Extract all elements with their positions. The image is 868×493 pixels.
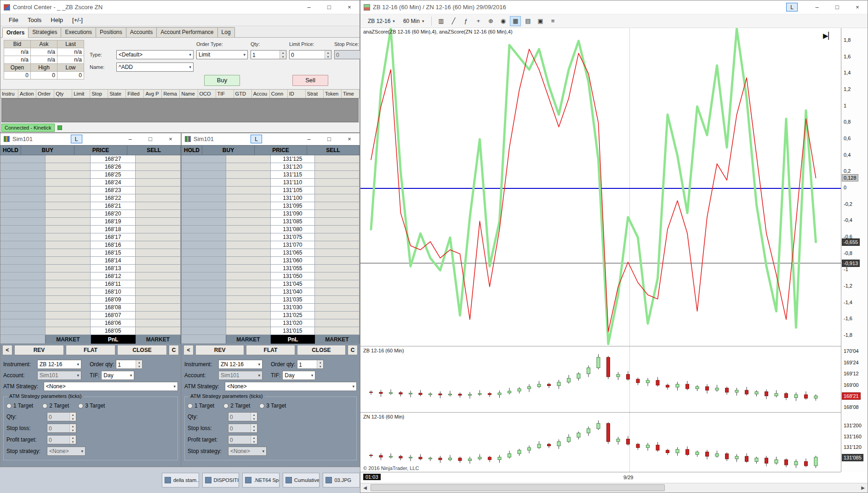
- spin-down-icon[interactable]: ▾: [251, 440, 257, 444]
- buy-cell[interactable]: [46, 241, 91, 249]
- orders-column-oco[interactable]: OCO: [198, 90, 216, 98]
- sell-cell[interactable]: [136, 304, 181, 312]
- target-3-radio[interactable]: 3 Target: [259, 402, 286, 409]
- orders-column-name[interactable]: Name: [180, 90, 198, 98]
- menu-tools[interactable]: Tools: [23, 15, 46, 25]
- orders-column-stop[interactable]: Stop: [90, 90, 108, 98]
- buy-cell[interactable]: [226, 218, 271, 226]
- atm-qty-stepper[interactable]: 0▴▾: [228, 412, 257, 421]
- minimize-button[interactable]: –: [120, 133, 140, 145]
- snapshot-icon[interactable]: ◉: [497, 16, 508, 26]
- hold-cell[interactable]: [182, 288, 226, 296]
- spin-down-icon[interactable]: ▾: [325, 55, 331, 59]
- buy-cell[interactable]: [46, 327, 91, 335]
- tab-orders[interactable]: Orders: [2, 28, 29, 38]
- sell-cell[interactable]: [315, 257, 360, 265]
- time-axis[interactable]: 01:03 9/29: [360, 472, 841, 483]
- spin-down-icon[interactable]: ▾: [70, 428, 76, 432]
- buy-cell[interactable]: [46, 226, 91, 233]
- target-2-radio[interactable]: 2 Target: [223, 402, 250, 409]
- sell-cell[interactable]: [315, 233, 360, 241]
- hold-cell[interactable]: [182, 241, 226, 249]
- buy-cell[interactable]: [46, 202, 91, 210]
- hold-cell[interactable]: [0, 155, 46, 163]
- instrument-select[interactable]: ZB 12-16▾: [364, 17, 399, 26]
- hold-cell[interactable]: [0, 187, 46, 194]
- buy-cell[interactable]: [46, 194, 91, 202]
- profit-target-stepper[interactable]: 0▴▾: [47, 435, 76, 444]
- orders-column-accou[interactable]: Accou: [252, 90, 270, 98]
- spin-up-icon[interactable]: ▴: [70, 424, 76, 428]
- chart-trader-icon[interactable]: ▦: [510, 16, 521, 26]
- orders-column-limit[interactable]: Limit: [72, 90, 90, 98]
- buy-cell[interactable]: [226, 226, 271, 233]
- hold-cell[interactable]: [182, 319, 226, 327]
- close-button[interactable]: ×: [339, 0, 360, 14]
- buy-cell[interactable]: [46, 257, 91, 265]
- hold-cell[interactable]: [182, 202, 226, 210]
- orders-column-time[interactable]: Time: [342, 90, 360, 98]
- type-select[interactable]: <Default>▾: [116, 50, 194, 59]
- buy-cell[interactable]: [46, 249, 91, 257]
- buy-cell[interactable]: [226, 241, 271, 249]
- tab-executions[interactable]: Executions: [61, 27, 96, 37]
- orders-column-tif[interactable]: TIF: [216, 90, 234, 98]
- buy-cell[interactable]: [226, 288, 271, 296]
- hold-cell[interactable]: [0, 202, 46, 210]
- hold-cell[interactable]: [182, 280, 226, 288]
- sell-cell[interactable]: [315, 171, 360, 179]
- buy-cell[interactable]: [46, 288, 91, 296]
- target-1-radio[interactable]: 1 Target: [188, 402, 214, 409]
- spin-up-icon[interactable]: ▴: [280, 51, 286, 55]
- hold-cell[interactable]: [182, 194, 226, 202]
- hold-cell[interactable]: [0, 163, 46, 171]
- sell-button[interactable]: Sell: [292, 75, 328, 86]
- spin-down-icon[interactable]: ▾: [251, 428, 257, 432]
- sell-cell[interactable]: [136, 210, 181, 218]
- hold-cell[interactable]: [0, 179, 46, 187]
- stop-loss-stepper[interactable]: 0▴▾: [47, 424, 76, 433]
- minimize-button[interactable]: –: [807, 0, 827, 14]
- scrollbar-thumb[interactable]: [371, 484, 665, 491]
- orders-column-state[interactable]: State: [108, 90, 126, 98]
- spin-down-icon[interactable]: ▾: [70, 417, 76, 421]
- sell-cell[interactable]: [136, 233, 181, 241]
- hold-cell[interactable]: [0, 296, 46, 304]
- profit-target-stepper[interactable]: 0▴▾: [228, 435, 257, 444]
- sell-cell[interactable]: [136, 163, 181, 171]
- sell-cell[interactable]: [136, 280, 181, 288]
- qty-stepper[interactable]: 1 ▴▾: [251, 50, 286, 59]
- hold-cell[interactable]: [0, 304, 46, 312]
- minimize-button[interactable]: –: [299, 133, 319, 145]
- sell-cell[interactable]: [315, 163, 360, 171]
- sell-cell[interactable]: [136, 155, 181, 163]
- chart-style-icon[interactable]: ▥: [435, 16, 446, 26]
- orders-column-avg-p[interactable]: Avg P: [144, 90, 162, 98]
- target-3-radio[interactable]: 3 Target: [78, 402, 105, 409]
- sell-cell[interactable]: [315, 202, 360, 210]
- drawing-tools-icon[interactable]: ╱: [448, 16, 459, 26]
- sell-cell[interactable]: [136, 194, 181, 202]
- orders-column-rema[interactable]: Rema: [162, 90, 180, 98]
- orders-column-token[interactable]: Token: [324, 90, 342, 98]
- interval-select[interactable]: 60 Min▾: [400, 17, 428, 26]
- sell-cell[interactable]: [315, 155, 360, 163]
- menu-file[interactable]: File: [4, 15, 23, 25]
- buy-cell[interactable]: [226, 233, 271, 241]
- sell-cell[interactable]: [136, 327, 181, 335]
- hold-cell[interactable]: [182, 257, 226, 265]
- buy-cell[interactable]: [226, 249, 271, 257]
- minimize-button[interactable]: –: [299, 0, 319, 14]
- hold-cell[interactable]: [0, 272, 46, 280]
- spin-up-icon[interactable]: ▴: [251, 436, 257, 440]
- indicators-icon[interactable]: ƒ: [460, 16, 471, 26]
- spin-down-icon[interactable]: ▾: [251, 417, 257, 421]
- hold-cell[interactable]: [0, 257, 46, 265]
- buy-cell[interactable]: [226, 296, 271, 304]
- buy-cell[interactable]: [46, 265, 91, 272]
- sell-cell[interactable]: [315, 304, 360, 312]
- price-axis[interactable]: 1,81,61,41,210,80,60,40,20-0,2-0,4-0,6-0…: [841, 28, 868, 472]
- hold-cell[interactable]: [0, 171, 46, 179]
- buy-cell[interactable]: [46, 163, 91, 171]
- dom-titlebar[interactable]: Sim101 L – □ ×: [182, 133, 360, 145]
